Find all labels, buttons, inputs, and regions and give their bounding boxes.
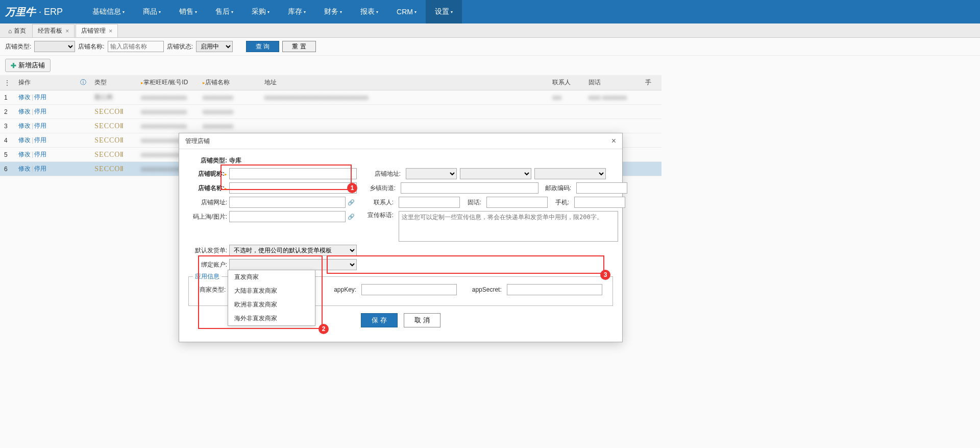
cancel-button[interactable]: 取 消 [404,313,440,327]
select-city[interactable] [460,168,531,179]
input-contact[interactable] [399,197,460,208]
annotation-badge-1: 1 [347,183,357,193]
input-name[interactable] [229,182,357,194]
select-district[interactable] [534,168,606,179]
input-mobile[interactable] [574,197,625,208]
label-mst: 码上淘/图片: [188,213,229,221]
label-addr: 店铺地址: [362,170,403,178]
label-nick: 店铺昵称:▸ [188,170,229,178]
input-slogan[interactable] [399,211,618,242]
label-town: 乡镇街道: [357,184,398,193]
label-url: 店铺网址: [188,198,229,207]
label-contact: 联系人: [355,198,396,207]
select-bind-acc[interactable] [229,259,357,270]
label-bind-acc: 绑定账户: [188,261,229,269]
label-shop-type: 店铺类型: [188,156,229,165]
label-default-ship: 默认发货单: [188,246,229,255]
input-nick[interactable] [229,168,357,179]
annotation-badge-2: 2 [318,324,329,334]
select-default-ship[interactable]: 不选时，使用公司的默认发货单模板 [229,245,357,256]
label-tel: 固话: [463,198,483,207]
dropdown-item-1[interactable]: 大陆非直发商家 [228,284,315,298]
input-appkey[interactable] [361,284,457,295]
modal-header: 管理店铺 × [179,133,622,149]
label-appsecret: appSecret: [472,286,502,293]
close-icon[interactable]: × [611,136,616,146]
link-icon[interactable]: 🔗 [348,199,355,206]
annotation-badge-3: 3 [600,270,610,280]
input-zip[interactable] [576,182,627,194]
label-merchant-type: 商家类型: [199,286,228,294]
label-mobile: 手机: [551,198,571,207]
input-appsecret[interactable] [507,284,602,295]
label-zip: 邮政编码: [542,184,573,193]
dropdown-item-0[interactable]: 直发商家 [228,270,315,284]
merchant-type-dropdown: 直发商家大陆非直发商家欧洲非直发商家海外非直发商家 [228,270,315,326]
input-mst[interactable] [229,211,346,222]
input-tel[interactable] [486,197,548,208]
dropdown-item-3[interactable]: 海外非直发商家 [228,312,315,325]
modal-title: 管理店铺 [185,137,210,146]
link-icon-2[interactable]: 🔗 [348,214,355,220]
select-province[interactable] [406,168,457,179]
fieldset-legend: 应用信息 [193,272,222,281]
label-slogan: 宣传标语: [355,211,396,220]
save-button[interactable]: 保 存 [361,313,398,327]
label-appkey: appKey: [334,286,356,293]
input-url[interactable] [229,197,346,208]
dropdown-item-2[interactable]: 欧洲非直发商家 [228,298,315,312]
value-shop-type: 寺库 [229,156,241,165]
input-town[interactable] [401,182,538,194]
label-name: 店铺名称:▸ [188,184,229,193]
